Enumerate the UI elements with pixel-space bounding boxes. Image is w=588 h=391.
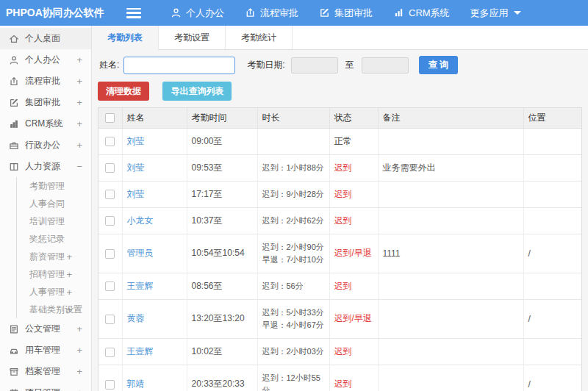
expand-toggle-icon[interactable]: + xyxy=(76,323,82,334)
date-from-input[interactable] xyxy=(291,57,338,73)
status-cell: 迟到 xyxy=(329,154,378,181)
date-to-input[interactable] xyxy=(362,57,409,73)
employee-name-link[interactable]: 刘莹 xyxy=(127,162,145,173)
expand-toggle-icon[interactable]: + xyxy=(66,287,72,298)
employee-name-link[interactable]: 管理员 xyxy=(127,248,154,258)
expand-toggle-icon[interactable]: + xyxy=(66,304,72,315)
search-button[interactable]: 查 询 xyxy=(419,56,458,74)
duration-cell: 迟到：2小时90分早退：7小时10分 xyxy=(257,234,329,273)
sidebar-item-admin-office[interactable]: 行政办公+ xyxy=(0,134,91,156)
expand-toggle-icon[interactable]: + xyxy=(76,76,82,87)
sidebar-item-label: 行政办公 xyxy=(25,139,60,151)
attendance-date-label: 考勤日期: xyxy=(247,59,284,71)
row-checkbox[interactable] xyxy=(105,163,115,173)
sidebar-subitem-label: 考勤管理 xyxy=(29,180,65,193)
sidebar-item-human-resources[interactable]: 人力资源− xyxy=(0,156,91,177)
sidebar-item-document-management[interactable]: 公文管理+ xyxy=(0,318,91,340)
share-icon xyxy=(9,76,19,87)
employee-name-link[interactable]: 王壹辉 xyxy=(127,346,154,356)
navbar-item-more-apps[interactable]: 更多应用 xyxy=(460,0,531,26)
location-cell xyxy=(523,128,581,154)
expand-toggle-icon[interactable]: + xyxy=(66,251,72,262)
expand-toggle-icon[interactable]: + xyxy=(66,269,72,280)
navbar-item-workflow-approval[interactable]: 流程审批 xyxy=(234,0,309,26)
duration-cell: 迟到：12小时55分 xyxy=(257,365,329,391)
tab-attendance-statistics[interactable]: 考勤统计 xyxy=(226,26,293,49)
sidebar-item-crm-system[interactable]: CRM系统+ xyxy=(0,113,91,134)
caret-down-icon xyxy=(514,11,521,15)
sidebar-subitem-personnel-management[interactable]: 人事管理+ xyxy=(17,283,91,301)
hamburger-menu-icon[interactable] xyxy=(126,8,141,18)
navbar-item-personal-office[interactable]: 个人办公 xyxy=(160,0,234,26)
select-all-checkbox[interactable] xyxy=(105,113,115,123)
clean-data-button[interactable]: 清理数据 xyxy=(98,82,149,101)
sidebar-item-workflow-approval[interactable]: 流程审批+ xyxy=(0,71,91,92)
sidebar-submenu-human-resources: 考勤管理人事合同培训管理奖惩记录薪资管理+招聘管理+人事管理+基础类别设置+ xyxy=(16,177,91,318)
tab-attendance-settings[interactable]: 考勤设置 xyxy=(159,26,226,49)
duration-cell: 迟到：5小时33分早退：4小时67分 xyxy=(257,299,329,338)
employee-name-link[interactable]: 刘莹 xyxy=(127,189,145,199)
expand-toggle-icon[interactable]: − xyxy=(76,161,82,172)
name-input[interactable] xyxy=(123,57,235,74)
employee-name-link[interactable]: 黄蓉 xyxy=(127,313,145,323)
sidebar-item-label: 个人办公 xyxy=(25,54,60,66)
status-cell: 正常 xyxy=(329,128,378,154)
expand-toggle-icon[interactable]: + xyxy=(76,97,82,108)
sidebar-subitem-salary-management[interactable]: 薪资管理+ xyxy=(17,248,91,265)
attendance-table: 姓名考勤时间时长状态备注位置 刘莹09:00至正常刘莹09:53至迟到：1小时8… xyxy=(98,108,581,391)
navbar-item-crm-system[interactable]: CRM系统 xyxy=(383,0,460,26)
sidebar-subitem-training-management[interactable]: 培训管理 xyxy=(17,212,91,230)
filter-bar: 姓名: 考勤日期: 至 查 询 xyxy=(92,50,588,79)
row-checkbox[interactable] xyxy=(105,315,115,324)
employee-name-link[interactable]: 刘莹 xyxy=(127,136,145,146)
status-cell: 迟到 xyxy=(329,273,378,299)
employee-name-link[interactable]: 王壹辉 xyxy=(127,281,154,291)
export-list-button[interactable]: 导出查询列表 xyxy=(162,82,232,101)
attendance-time-cell: 13:20至13:20 xyxy=(187,299,257,338)
document-icon xyxy=(9,324,19,334)
expand-toggle-icon[interactable]: + xyxy=(76,54,82,65)
row-checkbox[interactable] xyxy=(105,281,115,291)
duration-cell: 迟到：1小时88分 xyxy=(257,154,329,181)
row-checkbox[interactable] xyxy=(105,190,115,199)
sidebar-subitem-label: 人事管理 xyxy=(29,286,65,298)
sidebar-subitem-recruitment-management[interactable]: 招聘管理+ xyxy=(17,265,91,283)
expand-toggle-icon[interactable]: + xyxy=(76,366,82,377)
sidebar-item-personal-desktop[interactable]: 个人桌面 xyxy=(0,28,91,49)
row-checkbox[interactable] xyxy=(105,380,115,390)
sidebar-subitem-basic-category-settings[interactable]: 基础类别设置+ xyxy=(17,301,91,318)
navbar-item-label: 集团审批 xyxy=(334,7,373,20)
sidebar-item-project-management[interactable]: 项目管理+ xyxy=(0,382,91,391)
navbar-item-group-approval[interactable]: 集团审批 xyxy=(309,0,383,26)
status-badge: 迟到 xyxy=(334,281,352,291)
duration-line: 迟到：2小时03分 xyxy=(262,345,325,358)
row-checkbox[interactable] xyxy=(105,216,115,226)
row-checkbox[interactable] xyxy=(105,348,115,357)
sidebar-item-label: 项目管理 xyxy=(25,387,60,391)
tab-attendance-list[interactable]: 考勤列表 xyxy=(92,26,159,51)
briefcase-icon xyxy=(9,140,19,151)
sidebar-subitem-attendance-management[interactable]: 考勤管理 xyxy=(17,177,91,195)
expand-toggle-icon[interactable]: + xyxy=(76,345,82,356)
sidebar-item-personal-office[interactable]: 个人办公+ xyxy=(0,49,91,71)
table-row: 郭靖20:33至20:33迟到：12小时55分迟到/ xyxy=(98,365,581,391)
row-checkbox[interactable] xyxy=(105,249,115,259)
sidebar-item-group-approval[interactable]: 集团审批+ xyxy=(0,92,91,113)
remark-cell xyxy=(378,299,523,338)
table-row: 王壹辉08:56至迟到：56分迟到 xyxy=(98,273,581,299)
sidebar-subitem-reward-punishment-records[interactable]: 奖惩记录 xyxy=(17,230,91,248)
expand-toggle-icon[interactable]: + xyxy=(76,140,82,151)
sidebar-item-archive-management[interactable]: 档案管理+ xyxy=(0,361,91,382)
employee-name-link[interactable]: 小龙女 xyxy=(127,215,154,226)
sidebar-subitem-label: 招聘管理 xyxy=(29,268,65,281)
row-checkbox[interactable] xyxy=(105,137,115,146)
employee-name-link[interactable]: 郭靖 xyxy=(127,379,145,389)
main-content: 考勤列表考勤设置考勤统计 姓名: 考勤日期: 至 查 询 清理数据 导出查询列表… xyxy=(92,26,588,391)
navbar-item-label: CRM系统 xyxy=(409,7,450,20)
remark-cell: 业务需要外出 xyxy=(378,154,523,181)
sidebar-subitem-personnel-contract[interactable]: 人事合同 xyxy=(17,195,91,212)
column-header-1: 考勤时间 xyxy=(187,108,257,128)
expand-toggle-icon[interactable]: + xyxy=(76,118,82,129)
sidebar-item-vehicle-management[interactable]: 用车管理+ xyxy=(0,340,91,361)
expand-toggle-icon[interactable]: + xyxy=(76,387,82,391)
